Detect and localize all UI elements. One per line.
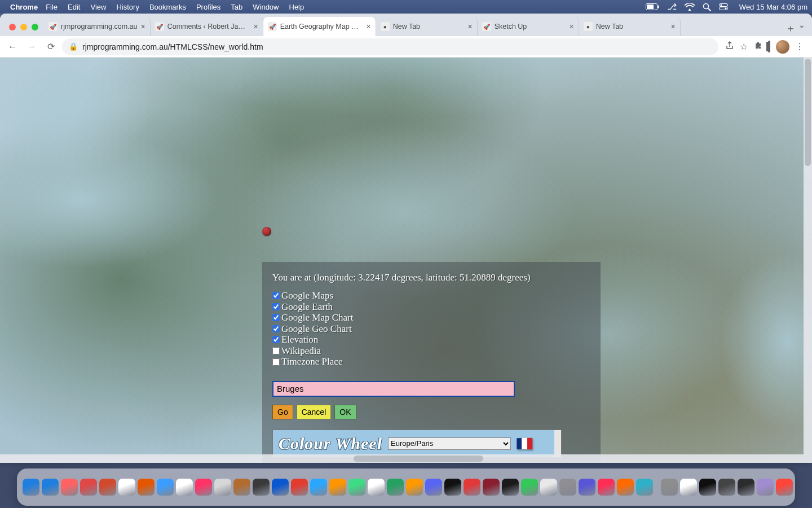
- dock-app-icon[interactable]: [176, 479, 193, 496]
- new-tab-button[interactable]: ＋: [783, 20, 798, 36]
- dock-app-icon[interactable]: [661, 479, 678, 496]
- layer-option[interactable]: Wikipedia: [272, 345, 590, 357]
- chrome-menu-icon[interactable]: ⋮: [795, 41, 804, 52]
- dock-app-icon[interactable]: [348, 479, 365, 496]
- vertical-scrollbar[interactable]: [804, 58, 812, 463]
- window-close-button[interactable]: [9, 24, 16, 30]
- dock-app-icon[interactable]: [368, 479, 385, 496]
- tab-close-icon[interactable]: ×: [569, 22, 573, 31]
- dock-app-icon[interactable]: [157, 479, 174, 496]
- window-minimize-button[interactable]: [20, 24, 27, 30]
- layer-option[interactable]: Google Maps: [272, 290, 590, 301]
- mac-menu-file[interactable]: File: [46, 3, 58, 11]
- layer-option[interactable]: Google Earth: [272, 301, 590, 313]
- map-marker[interactable]: [262, 227, 271, 236]
- dock-app-icon[interactable]: [406, 479, 423, 496]
- mac-menu-history[interactable]: History: [116, 3, 139, 11]
- address-bar[interactable]: 🔒 rjmprogramming.com.au/HTMLCSS/new_worl…: [62, 38, 718, 55]
- dock-app-icon[interactable]: [680, 479, 697, 496]
- control-center-icon[interactable]: [719, 3, 728, 10]
- dock-app-icon[interactable]: [617, 479, 634, 496]
- dock-app-icon[interactable]: [42, 479, 59, 496]
- go-button[interactable]: Go: [272, 405, 293, 419]
- wifi-icon[interactable]: [685, 3, 695, 11]
- browser-tab[interactable]: 🚀Sketch Up×: [478, 17, 579, 36]
- layer-option[interactable]: Timezone Place: [272, 356, 590, 367]
- browser-tab[interactable]: 🚀Comments ‹ Robert Jam…×: [151, 17, 263, 36]
- layer-checkbox[interactable]: [272, 292, 280, 299]
- dock-app-icon[interactable]: [291, 479, 308, 496]
- battery-icon[interactable]: [646, 3, 659, 10]
- dock-app-icon[interactable]: [310, 479, 327, 496]
- dock-app-icon[interactable]: [61, 479, 78, 496]
- dock-app-icon[interactable]: [387, 479, 404, 496]
- forward-button[interactable]: →: [24, 39, 39, 55]
- tab-overflow-button[interactable]: ⌄: [798, 20, 805, 29]
- dock-app-icon[interactable]: [483, 479, 500, 496]
- place-name-input[interactable]: [272, 381, 515, 397]
- dock-app-icon[interactable]: [195, 479, 212, 496]
- mac-menu-window[interactable]: Window: [253, 3, 279, 11]
- mac-menu-help[interactable]: Help: [289, 3, 304, 11]
- layer-checkbox[interactable]: [272, 358, 280, 366]
- side-panel-icon[interactable]: [768, 42, 770, 52]
- layer-checkbox[interactable]: [272, 325, 280, 332]
- mac-menu-edit[interactable]: Edit: [68, 3, 80, 11]
- mac-menu-bookmarks[interactable]: Bookmarks: [149, 3, 186, 11]
- timezone-select[interactable]: Europe/Paris: [388, 437, 511, 450]
- tab-close-icon[interactable]: ×: [467, 22, 472, 31]
- ok-button[interactable]: OK: [334, 405, 356, 419]
- window-zoom-button[interactable]: [32, 24, 38, 30]
- dock-app-icon[interactable]: [559, 479, 576, 496]
- dock-app-icon[interactable]: [80, 479, 97, 496]
- browser-tab[interactable]: ●New Tab×: [376, 17, 478, 36]
- dock-app-icon[interactable]: [699, 479, 716, 496]
- dock-app-icon[interactable]: [757, 479, 774, 496]
- dock-app-icon[interactable]: [464, 479, 480, 496]
- reload-button[interactable]: ⟳: [43, 39, 59, 55]
- dock-app-icon[interactable]: [138, 479, 155, 496]
- dock-app-icon[interactable]: [502, 479, 519, 496]
- dock-app-icon[interactable]: [521, 479, 538, 496]
- mac-menu-view[interactable]: View: [90, 3, 106, 11]
- dock-app-icon[interactable]: [253, 479, 270, 496]
- active-app-name[interactable]: Chrome: [10, 3, 38, 11]
- mac-menu-tab[interactable]: Tab: [231, 3, 242, 11]
- dock-app-icon[interactable]: [636, 479, 653, 496]
- menubar-clock[interactable]: Wed 15 Mar 4:06 pm: [739, 3, 807, 11]
- cancel-button[interactable]: Cancel: [297, 405, 332, 419]
- tab-close-icon[interactable]: ×: [253, 22, 258, 31]
- dock-app-icon[interactable]: [118, 479, 135, 496]
- layer-option[interactable]: Elevation: [272, 334, 590, 345]
- browser-tab[interactable]: ●New Tab×: [579, 17, 681, 36]
- layer-option[interactable]: Google Geo Chart: [272, 323, 590, 335]
- dock-app-icon[interactable]: [233, 479, 250, 496]
- mac-menu-profiles[interactable]: Profiles: [196, 3, 220, 11]
- back-button[interactable]: ←: [5, 39, 20, 55]
- browser-tab[interactable]: 🚀rjmprogramming.com.au×: [44, 17, 151, 36]
- dock-app-icon[interactable]: [738, 479, 754, 496]
- share-icon[interactable]: [725, 41, 734, 52]
- layer-checkbox[interactable]: [272, 336, 280, 343]
- dock-app-icon[interactable]: [540, 479, 557, 496]
- dock-app-icon[interactable]: [598, 479, 615, 496]
- layer-checkbox[interactable]: [272, 303, 280, 310]
- spotlight-icon[interactable]: [703, 3, 711, 11]
- extensions-icon[interactable]: [753, 41, 762, 52]
- layer-checkbox[interactable]: [272, 347, 280, 354]
- tab-close-icon[interactable]: ×: [140, 22, 145, 31]
- profile-avatar[interactable]: [776, 40, 789, 54]
- bookmark-star-icon[interactable]: ☆: [740, 41, 748, 52]
- dock-app-icon[interactable]: [99, 479, 116, 496]
- dock-app-icon[interactable]: [718, 479, 735, 496]
- dock-app-icon[interactable]: [23, 479, 39, 496]
- dock-app-icon[interactable]: [579, 479, 595, 496]
- dock-app-icon[interactable]: [776, 479, 793, 496]
- dock-app-icon[interactable]: [272, 479, 289, 496]
- dock-app-icon[interactable]: [425, 479, 442, 496]
- layer-checkbox[interactable]: [272, 314, 280, 321]
- tab-close-icon[interactable]: ×: [670, 22, 675, 31]
- layer-option[interactable]: Google Map Chart: [272, 312, 590, 323]
- dock-app-icon[interactable]: [444, 479, 461, 496]
- browser-tab[interactable]: 🚀Earth Geography Map H…×: [263, 17, 376, 36]
